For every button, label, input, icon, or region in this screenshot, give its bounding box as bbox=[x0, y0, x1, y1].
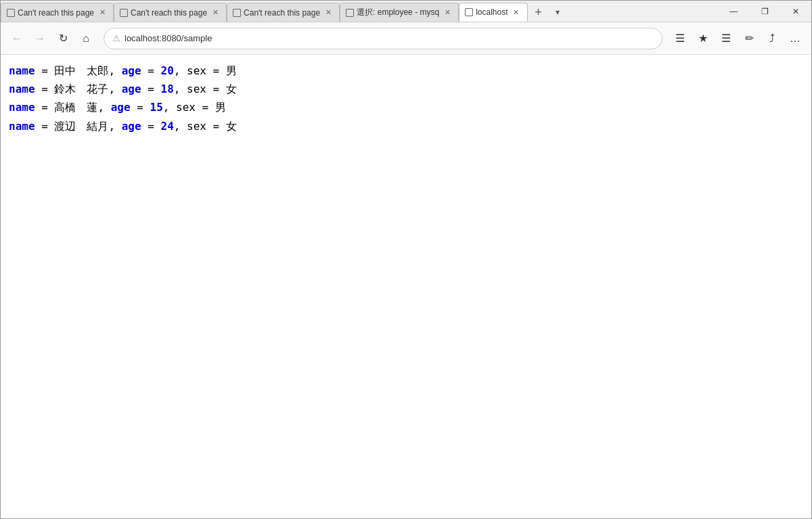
share-button[interactable]: ⤴ bbox=[761, 28, 783, 49]
tab-page-icon-4 bbox=[346, 9, 354, 17]
highlight-keyword: age bbox=[122, 120, 141, 133]
tab-strip: Can't reach this page ✕ Can't reach this… bbox=[1, 1, 718, 22]
security-icon: ⚠ bbox=[112, 33, 120, 43]
tab-overflow-button[interactable]: ▾ bbox=[549, 3, 566, 22]
forward-button[interactable]: → bbox=[29, 28, 51, 49]
tab-1[interactable]: Can't reach this page ✕ bbox=[1, 3, 114, 22]
tab-close-5[interactable]: ✕ bbox=[511, 7, 522, 18]
highlight-keyword: name bbox=[9, 101, 35, 114]
highlight-keyword: name bbox=[9, 64, 35, 77]
tab-page-icon-5 bbox=[465, 8, 473, 16]
notes-button[interactable]: ✏ bbox=[738, 28, 760, 49]
tab-close-2[interactable]: ✕ bbox=[210, 7, 221, 18]
highlight-keyword: 18 bbox=[161, 83, 174, 95]
highlight-keyword: 20 bbox=[161, 64, 174, 77]
tab-label-3: Can't reach this page bbox=[244, 8, 320, 18]
browser-window: Can't reach this page ✕ Can't reach this… bbox=[0, 0, 812, 519]
tab-page-icon-1 bbox=[7, 9, 15, 17]
tab-page-icon-2 bbox=[120, 9, 128, 17]
highlight-keyword: age bbox=[122, 83, 141, 95]
hub-button[interactable]: ☰ bbox=[715, 28, 737, 49]
refresh-button[interactable]: ↻ bbox=[52, 28, 74, 49]
page-content: name = 田中 太郎, age = 20, sex = 男name = 鈴木… bbox=[1, 55, 811, 518]
restore-button[interactable]: ❐ bbox=[749, 1, 780, 22]
tab-close-1[interactable]: ✕ bbox=[97, 7, 108, 18]
tab-close-4[interactable]: ✕ bbox=[442, 7, 453, 18]
tab-2[interactable]: Can't reach this page ✕ bbox=[114, 3, 227, 22]
highlight-keyword: age bbox=[111, 101, 131, 114]
highlight-keyword: name bbox=[9, 83, 35, 95]
data-line: name = 高橋 蓮, age = 15, sex = 男 bbox=[9, 98, 803, 116]
data-line: name = 田中 太郎, age = 20, sex = 男 bbox=[9, 62, 803, 80]
url-input[interactable] bbox=[125, 33, 654, 43]
new-tab-button[interactable]: + bbox=[528, 3, 549, 22]
tab-4[interactable]: 選択: employee - mysq ✕ bbox=[340, 3, 459, 22]
more-button[interactable]: … bbox=[784, 28, 806, 49]
toolbar-right: ☰ ★ ☰ ✏ ⤴ … bbox=[669, 28, 806, 49]
tab-3[interactable]: Can't reach this page ✕ bbox=[227, 3, 340, 22]
titlebar: Can't reach this page ✕ Can't reach this… bbox=[1, 1, 811, 22]
highlight-keyword: 24 bbox=[161, 120, 174, 133]
tab-label-1: Can't reach this page bbox=[18, 8, 94, 18]
data-line: name = 渡辺 結月, age = 24, sex = 女 bbox=[9, 117, 803, 135]
close-button[interactable]: ✕ bbox=[780, 1, 811, 22]
reading-view-button[interactable]: ☰ bbox=[669, 28, 691, 49]
tab-5[interactable]: localhost ✕ bbox=[459, 3, 527, 22]
minimize-button[interactable]: — bbox=[718, 1, 749, 22]
toolbar: ← → ↻ ⌂ ⚠ ☰ ★ ☰ ✏ ⤴ … bbox=[1, 22, 811, 55]
tab-label-2: Can't reach this page bbox=[131, 8, 207, 18]
highlight-keyword: 15 bbox=[150, 101, 163, 114]
tab-close-3[interactable]: ✕ bbox=[323, 7, 334, 18]
tab-label-4: 選択: employee - mysq bbox=[357, 7, 439, 18]
address-bar[interactable]: ⚠ bbox=[104, 28, 662, 49]
window-controls: — ❐ ✕ bbox=[718, 1, 811, 22]
data-line: name = 鈴木 花子, age = 18, sex = 女 bbox=[9, 80, 803, 98]
highlight-keyword: name bbox=[9, 120, 35, 133]
highlight-keyword: age bbox=[122, 64, 141, 77]
home-button[interactable]: ⌂ bbox=[75, 28, 97, 49]
tab-page-icon-3 bbox=[233, 9, 241, 17]
favorites-button[interactable]: ★ bbox=[692, 28, 714, 49]
tab-label-5: localhost bbox=[476, 7, 508, 17]
back-button[interactable]: ← bbox=[6, 28, 28, 49]
